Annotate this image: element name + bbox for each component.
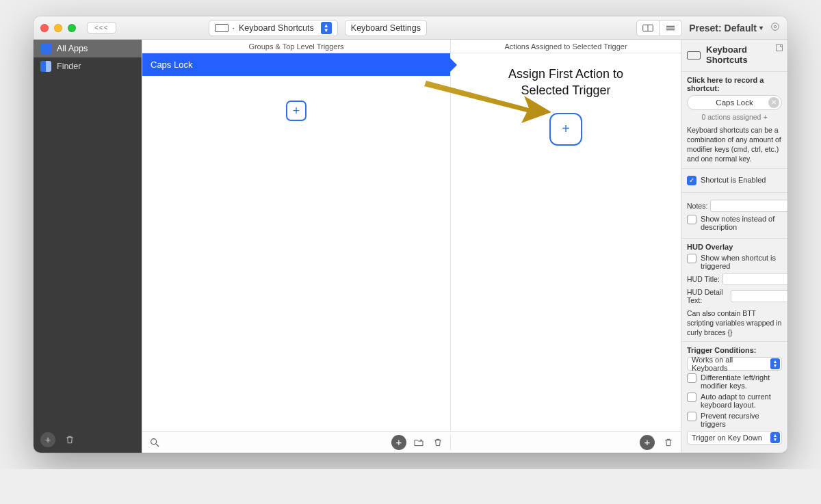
hud-detail-input[interactable] [731, 290, 787, 302]
main-body: Caps Lock + Assign First Action to Selec… [142, 53, 681, 431]
actions-footer: + [451, 435, 681, 450]
hud-show-checkbox[interactable]: Show when shortcut is triggered [687, 254, 782, 270]
key-event-value: Trigger on Key Down [692, 434, 762, 442]
delete-trigger-button[interactable] [431, 436, 445, 449]
preset-popup[interactable]: Preset: Default ▾ [689, 23, 763, 34]
close-window-button[interactable] [40, 24, 49, 32]
add-action-footer-button[interactable]: + [640, 435, 655, 450]
assign-first-action-button[interactable]: + [549, 113, 582, 146]
notes-input[interactable] [710, 200, 787, 212]
differentiate-modifiers-checkbox[interactable]: Differentiate left/right modifier keys. [687, 373, 782, 390]
svg-line-8 [156, 444, 159, 447]
new-folder-button[interactable] [412, 436, 426, 449]
inspector-panel: Keyboard Shortcuts Click here to record … [681, 40, 787, 453]
auto-adapt-checkbox[interactable]: Auto adapt to current keyboard layout. [687, 393, 782, 409]
actions-assigned-label[interactable]: 0 actions assigned + [687, 113, 782, 121]
window-controls [40, 24, 76, 32]
trigger-type-popup[interactable]: · Keyboard Shortcuts ▲▼ [209, 20, 338, 36]
key-event-select[interactable]: Trigger on Key Down ▲▼ [687, 431, 782, 445]
actions-column: Assign First Action to Selected Trigger … [451, 53, 681, 431]
shortcut-value: Caps Lock [716, 98, 753, 107]
list-view-button[interactable] [660, 20, 682, 36]
apps-sidebar: All Apps Finder + [34, 40, 142, 453]
clear-shortcut-button[interactable]: ✕ [768, 97, 779, 108]
cond-auto-label: Auto adapt to current keyboard layout. [701, 393, 782, 409]
delete-action-button[interactable] [662, 436, 675, 449]
sidebar-item-label: Finder [57, 62, 81, 71]
cond-recursive-label: Prevent recursive triggers [701, 412, 782, 428]
shortcut-recorder[interactable]: Caps Lock ✕ [687, 95, 782, 110]
sidebar-item-all-apps[interactable]: All Apps [34, 40, 142, 57]
add-trigger-button[interactable]: + [286, 101, 307, 121]
keyboard-icon [687, 51, 701, 59]
show-notes-checkbox[interactable]: Show notes instead of description [687, 215, 782, 231]
show-notes-label: Show notes instead of description [701, 215, 782, 231]
cond-diff-label: Differentiate left/right modifier keys. [701, 373, 782, 390]
inspector-header: Keyboard Shortcuts [681, 40, 787, 72]
back-button[interactable]: <<< [87, 22, 116, 34]
enabled-section: ✓ Shortcut is Enabled [681, 169, 787, 193]
sidebar-footer: + [34, 427, 142, 453]
trigger-row-capslock[interactable]: Caps Lock [142, 53, 450, 76]
triggers-footer: + [142, 435, 451, 450]
globe-icon [40, 43, 51, 54]
popup-arrows-icon: ▲▼ [770, 358, 780, 369]
remove-app-button[interactable] [62, 432, 77, 447]
folder-plus-icon [413, 437, 424, 448]
hud-help-text: Can also contain BTT scripting variables… [687, 308, 782, 338]
columns-icon [642, 23, 653, 33]
checkbox-icon [687, 254, 696, 263]
trash-icon [663, 437, 674, 448]
enabled-label: Shortcut is Enabled [701, 176, 766, 184]
prevent-recursive-checkbox[interactable]: Prevent recursive triggers [687, 412, 782, 428]
view-mode-toggle [636, 20, 682, 36]
trigger-label: Caps Lock [151, 59, 192, 70]
settings-gear-button[interactable] [770, 21, 781, 34]
shortcut-help-text: Keyboard shortcuts can be a combination … [687, 125, 782, 164]
hud-show-label: Show when shortcut is triggered [701, 254, 782, 270]
checkbox-icon [687, 215, 696, 224]
note-icon[interactable] [775, 44, 783, 52]
inspector-title: Keyboard Shortcuts [706, 45, 782, 66]
hud-detail-label: HUD Detail Text: [687, 288, 728, 304]
main-headers: Groups & Top Level Triggers Actions Assi… [142, 40, 681, 53]
sidebar-item-finder[interactable]: Finder [34, 57, 142, 75]
columns-view-button[interactable] [636, 20, 660, 36]
checkbox-icon [687, 373, 696, 383]
keyboard-settings-button[interactable]: Keyboard Settings [345, 20, 427, 36]
trash-icon [432, 437, 443, 448]
add-trigger-footer-button[interactable]: + [391, 435, 406, 450]
search-button[interactable] [148, 436, 161, 449]
sidebar-item-label: All Apps [57, 44, 88, 53]
triggers-column: Caps Lock + [142, 53, 451, 431]
conditions-title: Trigger Conditions: [687, 346, 782, 354]
keyboard-scope-value: Works on all Keyboards [692, 356, 769, 372]
popup-divider: · [233, 23, 235, 33]
checkbox-icon [687, 412, 696, 421]
hud-title-input[interactable] [722, 273, 787, 285]
hud-section: HUD Overlay Show when shortcut is trigge… [681, 239, 787, 343]
checkbox-icon [687, 393, 696, 402]
shortcut-enabled-checkbox[interactable]: ✓ Shortcut is Enabled [687, 176, 782, 185]
keyboard-settings-label: Keyboard Settings [351, 23, 421, 33]
app-window: <<< · Keyboard Shortcuts ▲▼ Keyboard Set… [34, 16, 787, 453]
groups-header: Groups & Top Level Triggers [142, 40, 451, 53]
notes-section: Notes: 😀 Show notes instead of descripti… [681, 193, 787, 239]
titlebar: <<< · Keyboard Shortcuts ▲▼ Keyboard Set… [34, 16, 787, 40]
trash-icon [64, 434, 75, 445]
add-app-button[interactable]: + [40, 432, 55, 447]
search-icon [149, 437, 160, 448]
svg-point-5 [772, 23, 779, 31]
hud-title-label: HUD Title: [687, 275, 720, 283]
keyboard-scope-select[interactable]: Works on all Keyboards ▲▼ [687, 357, 782, 371]
main-footer: + + [142, 431, 681, 453]
notes-label: Notes: [687, 202, 707, 210]
assign-action-title: Assign First Action to Selected Trigger [508, 66, 623, 99]
record-prompt: Click here to record a shortcut: [687, 76, 782, 92]
zoom-window-button[interactable] [68, 24, 76, 32]
svg-rect-11 [777, 45, 783, 51]
main-panel: Groups & Top Level Triggers Actions Assi… [142, 40, 681, 453]
hud-section-title: HUD Overlay [687, 243, 782, 251]
minimize-window-button[interactable] [54, 24, 62, 32]
trigger-conditions-section: Trigger Conditions: Works on all Keyboar… [681, 342, 787, 449]
